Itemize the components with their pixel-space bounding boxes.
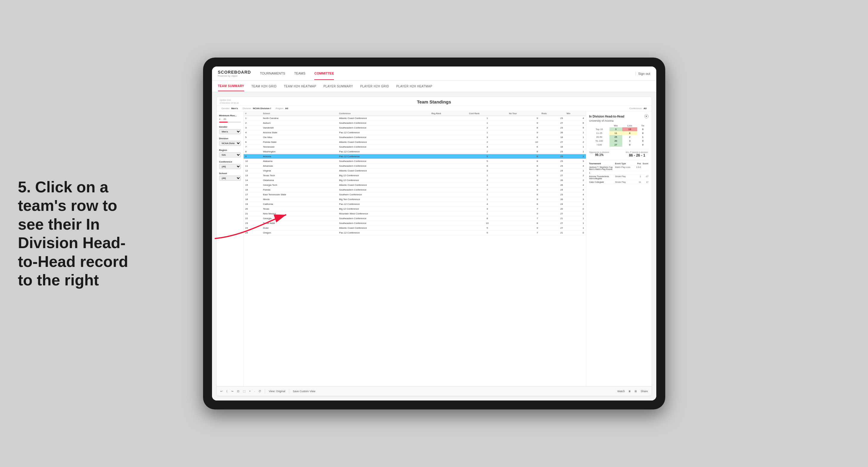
tournament-rows: Jackson T. Stephens Cup Men's Match-Play… [589,165,649,184]
table-row[interactable]: 7 Tennessee Southeastern Conference 4 6 … [244,145,586,149]
table-row[interactable]: 20 Texas Big 12 Conference 3 7 20 0 [244,207,586,212]
logo-area: SCOREBOARD Powered by clippd [218,70,251,77]
tournament-row: Cabo Collegiate Stroke Play 11 17 [589,180,649,184]
table-row[interactable]: 1 North Carolina Atlantic Coast Conferen… [244,116,586,121]
standings-table-area: # School Conference Reg Rank Conf Rank N… [244,111,586,386]
redo-button[interactable]: ↪ [231,390,234,393]
table-row[interactable]: 4 Arizona State Pac-12 Conference 1 9 26… [244,130,586,135]
col-no-tour: No Tour [507,111,540,116]
table-row[interactable]: 6 Florida State Atlantic Coast Conferenc… [244,140,586,145]
cell-conference: Southeastern Conference [337,216,430,221]
cell-school: Washington [261,149,337,154]
watch-button[interactable]: Watch [617,390,625,393]
table-row[interactable]: 11 Arkansas Southeastern Conference 6 8 … [244,164,586,168]
cell-rnds: 24 [540,202,565,207]
table-row[interactable]: 5 Ole Miss Southeastern Conference 3 6 1… [244,135,586,140]
table-row[interactable]: 22 Georgia Southeastern Conference 8 7 2… [244,216,586,221]
h2h-tie-cell: 0 [637,127,648,131]
region-display: Region: All [276,107,288,110]
share-button[interactable]: Share [641,390,648,393]
cell-rnds: 24 [540,168,565,173]
cell-reg-rank [430,183,467,188]
table-row[interactable]: 24 Duke Atlantic Coast Conference 5 9 27… [244,226,586,230]
table-row[interactable]: 2 Auburn Southeastern Conference 1 9 27 … [244,121,586,126]
cell-conference: Pac-12 Conference [337,202,430,207]
table-row[interactable]: 15 Georgia Tech Atlantic Coast Conferenc… [244,183,586,188]
table-row[interactable]: 9 Arizona Pac-12 Conference 5 8 23 2 [244,154,586,159]
cell-reg-rank [430,140,467,145]
select-button[interactable]: ⬚ [243,390,246,393]
cell-school: Illinois [261,197,337,202]
sign-out-button[interactable]: Sign out [638,72,650,75]
h2h-range-label: Top 10 [589,127,610,131]
cell-win: 2 [565,202,586,207]
cell-rank: 19 [244,202,261,207]
content-area: Minimum Rou... 4 - 20 [217,111,652,386]
nav-committee[interactable]: COMMITTEE [314,67,334,80]
division-select[interactable]: NCAA Division I NCAA Division II NAIA [219,141,241,146]
region-select[interactable]: N/A All [219,152,241,157]
update-time-label: Update time: 27/03/2024 15:56:26 [220,99,239,105]
time-button[interactable]: ⏱ [258,390,261,393]
nav-teams[interactable]: TEAMS [294,67,305,80]
table-row[interactable]: 17 East Tennessee State Southern Confere… [244,192,586,197]
cell-no-tour: 9 [507,226,540,230]
sub-nav-player-h2h-heatmap[interactable]: PLAYER H2H HEATMAP [396,82,432,91]
cell-win: 4 [565,116,586,121]
table-row[interactable]: 14 Oklahoma Big 12 Conference 2 9 26 2 [244,178,586,183]
save-custom-view-button[interactable]: Save Custom View [293,390,315,393]
h2h-close-button[interactable]: ✕ [644,114,649,118]
table-row[interactable]: 16 Florida Southeastern Conference 7 9 2… [244,188,586,192]
sub-nav-player-h2h-grid[interactable]: PLAYER H2H GRID [360,82,389,91]
table-row[interactable]: 12 Virginia Atlantic Coast Conference 3 … [244,168,586,173]
cell-school: Duke [261,226,337,230]
table-row[interactable]: 13 Texas Tech Big 12 Conference 1 9 27 2 [244,173,586,178]
table-row[interactable]: 8 Washington Pac-12 Conference 2 8 23 1 [244,149,586,154]
top-nav: SCOREBOARD Powered by clippd TOURNAMENTS… [212,66,656,81]
cell-no-tour: 9 [507,188,540,192]
cell-win: 1 [565,216,586,221]
cell-no-tour: 8 [507,149,540,154]
cell-win: 3 [565,159,586,164]
table-row[interactable]: 23 Texas A&M Southeastern Conference 10 … [244,221,586,226]
grid-button[interactable]: ⊞ [634,390,637,393]
view-original-button[interactable]: View: Original [269,390,285,393]
h2h-win-cell: 11 [610,131,622,135]
sub-nav-player-summary[interactable]: PLAYER SUMMARY [323,82,353,91]
cell-conf-rank: 8 [467,216,507,221]
table-row[interactable]: 3 Vanderbilt Southeastern Conference 2 8… [244,126,586,130]
cell-school: Oklahoma [261,178,337,183]
table-row[interactable]: 18 Illinois Big Ten Conference 1 9 26 3 [244,197,586,202]
cell-conference: Southern Conference [337,192,430,197]
conference-select[interactable]: (All) [219,164,241,169]
table-row[interactable]: 10 Alabama Southeastern Conference 5 8 2… [244,159,586,164]
step-back-button[interactable]: ⟨ [226,390,227,393]
nav-tournaments[interactable]: TOURNAMENTS [260,67,285,80]
sub-nav-team-h2h-grid[interactable]: TEAM H2H GRID [251,82,277,91]
gender-select[interactable]: Men's Women's [219,129,241,134]
sub-nav-team-h2h-heatmap[interactable]: TEAM H2H HEATMAP [284,82,316,91]
h2h-row: 11-25 11 8 0 [589,131,649,135]
monitor-button[interactable]: 🖥 [628,390,631,393]
school-select[interactable]: (All) [219,176,241,181]
cell-conference: Atlantic Coast Conference [337,183,430,188]
table-row[interactable]: 21 New Mexico Mountain West Conference 1… [244,212,586,216]
add-button[interactable]: + [249,390,251,393]
table-row[interactable]: 19 California Pac-12 Conference 4 8 24 2 [244,202,586,207]
h2h-win-cell: 27 [610,143,622,147]
h2h-row: >100 27 0 0 [589,143,649,147]
cell-school: Florida State [261,140,337,145]
cell-win: 5 [565,126,586,130]
rounds-slider[interactable] [219,122,241,123]
table-row[interactable]: 25 Oregon Pac-12 Conference 5 7 21 0 [244,230,586,235]
h2h-row: Top 10 3 13 0 [589,127,649,131]
crop-button[interactable]: ⊡ [237,390,240,393]
undo-button[interactable]: ↩ [220,390,223,393]
logo-title: SCOREBOARD [218,70,251,74]
cell-school: Vanderbilt [261,126,337,130]
sub-nav-team-summary[interactable]: TEAM SUMMARY [218,82,244,91]
cell-reg-rank [430,226,467,230]
cell-school: Georgia Tech [261,183,337,188]
h2h-tie-cell: 0 [637,143,648,147]
h2h-tie-cell: 0 [637,139,648,143]
